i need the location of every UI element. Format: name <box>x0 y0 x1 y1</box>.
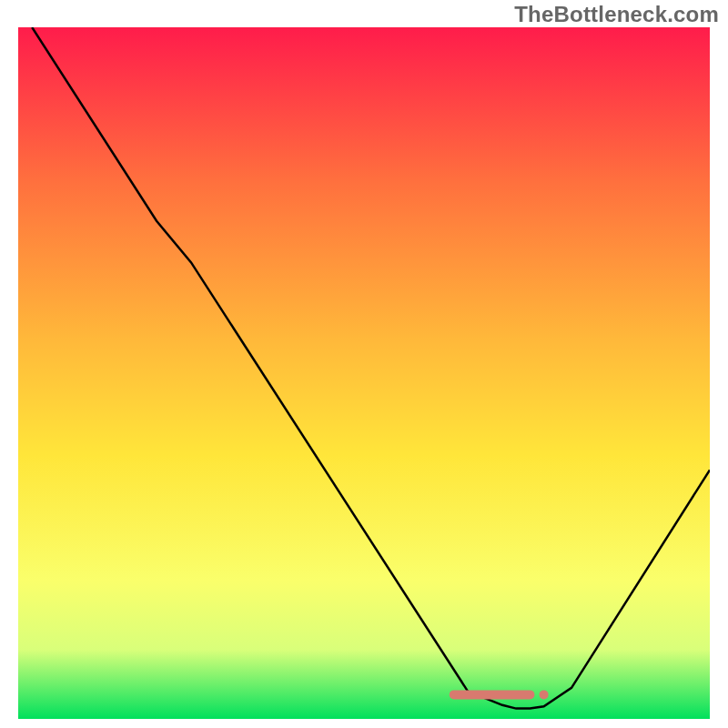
chart-svg <box>18 27 710 719</box>
optimal-range-end-dot <box>540 690 549 699</box>
watermark-text: TheBottleneck.com <box>514 2 719 27</box>
chart-stage: TheBottleneck.com <box>0 0 728 728</box>
plot-area <box>18 27 710 719</box>
gradient-background <box>18 27 710 719</box>
